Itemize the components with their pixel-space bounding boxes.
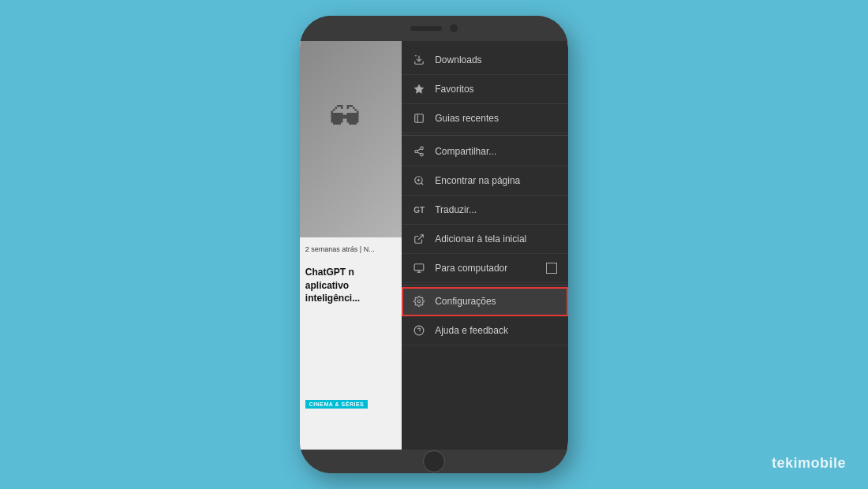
svg-rect-2 (415, 114, 424, 123)
favoritos-icon (413, 83, 425, 95)
menu-item-traduzir[interactable]: GT Traduzir... (402, 196, 568, 225)
menu-item-configuracoes[interactable]: Configurações (402, 287, 568, 316)
traduzir-icon: GT (413, 203, 425, 216)
menu-item-computador[interactable]: Para computador (402, 254, 568, 283)
watermark: tekimobile (772, 455, 846, 472)
phone-top-bar (300, 16, 568, 41)
menu-item-guias[interactable]: Guias recentes (402, 104, 568, 133)
cinema-tag: CINEMA & SÉRIES (305, 400, 368, 409)
svg-line-13 (418, 235, 423, 240)
encontrar-label: Encontrar na página (435, 175, 557, 186)
speaker (410, 26, 442, 31)
ajuda-icon (413, 324, 425, 337)
traduzir-label: Traduzir... (435, 204, 557, 215)
divider-2 (402, 285, 568, 286)
glasses-decoration: 🕶 (329, 100, 361, 136)
divider-1 (402, 135, 568, 136)
adicionar-label: Adicionar à tela inicial (435, 233, 557, 244)
menu-item-encontrar[interactable]: Encontrar na página (402, 166, 568, 196)
menu-item-favoritos[interactable]: Favoritos (402, 75, 568, 104)
svg-point-4 (421, 147, 424, 150)
camera (450, 24, 458, 32)
downloads-label: Downloads (435, 54, 557, 65)
guias-icon (413, 112, 425, 125)
svg-rect-14 (414, 264, 424, 271)
dropdown-menu: Downloads Favoritos G (402, 41, 568, 450)
configuracoes-icon (413, 295, 425, 308)
menu-item-ajuda[interactable]: Ajuda e feedback (402, 316, 568, 345)
compartilhar-label: Compartilhar... (435, 146, 557, 157)
svg-point-17 (417, 300, 421, 303)
computador-icon (413, 262, 425, 274)
svg-line-8 (417, 149, 421, 151)
guias-label: Guias recentes (435, 113, 557, 124)
article-timestamp: 2 semanas atrás | N... (305, 245, 375, 253)
configuracoes-label: Configurações (435, 296, 557, 307)
computador-checkbox[interactable] (546, 263, 557, 274)
encontrar-icon (413, 174, 425, 187)
home-button[interactable] (423, 450, 445, 472)
phone-frame: 🕶 2 semanas atrás | N... ChatGPT naplica… (300, 16, 568, 473)
svg-point-5 (415, 150, 418, 153)
svg-point-6 (421, 153, 424, 156)
downloads-icon (413, 54, 425, 66)
menu-item-adicionar[interactable]: Adicionar à tela inicial (402, 225, 568, 254)
brand-text: tekimobile (772, 455, 846, 471)
computador-label: Para computador (435, 263, 537, 274)
compartilhar-icon (413, 145, 425, 158)
phone-screen: 🕶 2 semanas atrás | N... ChatGPT naplica… (300, 41, 568, 450)
svg-line-10 (421, 183, 424, 185)
adicionar-icon (413, 233, 425, 245)
phone-bottom-bar (300, 450, 568, 473)
svg-marker-1 (414, 84, 424, 93)
svg-line-7 (417, 152, 421, 154)
favoritos-label: Favoritos (435, 84, 557, 95)
ajuda-label: Ajuda e feedback (435, 325, 557, 336)
menu-item-compartilhar[interactable]: Compartilhar... (402, 137, 568, 166)
brand-bold: mobile (798, 455, 846, 471)
menu-item-downloads[interactable]: Downloads (402, 46, 568, 75)
